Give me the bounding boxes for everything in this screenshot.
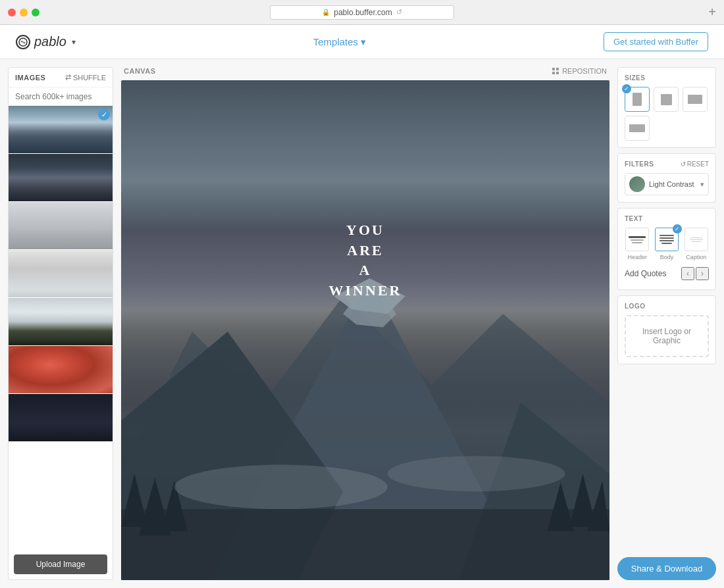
canvas-text-line-3: A	[329, 260, 402, 281]
header-line-3	[632, 242, 642, 243]
lock-icon: 🔒	[322, 9, 330, 16]
sizes-panel: SIZES ✓	[617, 67, 716, 148]
list-item[interactable]: ✓	[9, 106, 113, 153]
sizes-grid: ✓	[625, 87, 709, 141]
canvas-text-line-4: WINNER	[329, 281, 402, 301]
upload-image-button[interactable]: Upload Image	[14, 554, 107, 574]
minimize-button[interactable]	[20, 9, 28, 16]
image-list: ✓	[9, 106, 113, 549]
reset-icon: ↺	[681, 160, 686, 168]
text-panel: TEXT Header ✓	[617, 208, 716, 290]
new-tab-button[interactable]: +	[708, 5, 716, 20]
sidebar-header: IMAGES ⇄ SHUFFLE	[9, 68, 113, 87]
filter-name: Light Contrast	[649, 180, 696, 188]
canvas-overlay	[121, 80, 609, 580]
app-container: pablo ▾ Templates ▾ Get started with Buf…	[0, 25, 724, 588]
list-item[interactable]	[9, 298, 113, 345]
main-content: IMAGES ⇄ SHUFFLE 🔍 ✓	[0, 59, 724, 588]
templates-chevron-icon: ▾	[361, 36, 366, 48]
body-line-3	[659, 240, 674, 241]
window-chrome: 🔒 pablo.buffer.com ↺ +	[0, 0, 724, 25]
portrait-icon	[633, 93, 642, 106]
images-tab[interactable]: IMAGES	[15, 74, 45, 82]
app-header: pablo ▾ Templates ▾ Get started with Buf…	[0, 25, 724, 59]
get-started-button[interactable]: Get started with Buffer	[604, 32, 708, 51]
canvas-text-line-1: YOU	[329, 220, 402, 241]
templates-label: Templates	[313, 36, 358, 47]
svg-rect-4	[556, 72, 559, 74]
selected-check-icon: ✓	[98, 109, 110, 120]
body-style-check: ✓	[673, 224, 682, 233]
filters-panel: FILTERS ↺ RESET Light Contrast ▾	[617, 153, 716, 203]
header-line-2	[631, 239, 644, 241]
shuffle-button[interactable]: ⇄ SHUFFLE	[65, 73, 106, 82]
body-line-4	[661, 243, 672, 244]
quotes-next-button[interactable]: ›	[696, 267, 709, 280]
canvas-text-line-2: ARE	[329, 241, 402, 261]
list-item[interactable]	[9, 394, 113, 441]
canvas-text[interactable]: YOU ARE A WINNER	[329, 220, 402, 301]
reset-filter-button[interactable]: ↺ RESET	[681, 160, 709, 168]
size-landscape-button[interactable]	[683, 87, 708, 112]
logo-area[interactable]: pablo ▾	[16, 34, 76, 49]
pablo-logo-icon	[16, 35, 30, 49]
nav-templates[interactable]: Templates ▾	[313, 36, 366, 48]
add-quotes-label: Add Quotes	[625, 269, 666, 278]
text-style-header-button[interactable]: Header	[625, 228, 649, 260]
address-bar[interactable]: 🔒 pablo.buffer.com ↺	[270, 5, 454, 20]
list-item[interactable]	[9, 202, 113, 249]
url-text: pablo.buffer.com	[334, 8, 392, 17]
reposition-button[interactable]: REPOSITION	[552, 67, 607, 75]
caption-line-1	[690, 237, 702, 238]
body-style-label: Body	[660, 254, 674, 260]
body-line-1	[659, 235, 674, 236]
filter-select-dropdown[interactable]: Light Contrast ▾	[625, 173, 709, 195]
reset-label: RESET	[687, 160, 709, 168]
list-item[interactable]	[9, 154, 113, 201]
filters-title: FILTERS	[625, 160, 654, 168]
text-style-body-button[interactable]: ✓ Body	[655, 228, 679, 260]
size-wide-button[interactable]	[625, 116, 650, 141]
svg-rect-1	[552, 68, 555, 70]
reposition-label: REPOSITION	[562, 67, 607, 75]
svg-rect-2	[556, 68, 559, 70]
canvas-label: CANVAS	[124, 67, 156, 75]
refresh-icon[interactable]: ↺	[396, 8, 402, 16]
quotes-prev-button[interactable]: ‹	[681, 267, 694, 280]
close-button[interactable]	[8, 9, 16, 16]
wide-icon	[629, 124, 645, 132]
size-selected-check: ✓	[622, 84, 631, 93]
search-bar: 🔍	[9, 87, 113, 106]
filter-chevron-icon: ▾	[700, 180, 704, 189]
images-sidebar: IMAGES ⇄ SHUFFLE 🔍 ✓	[8, 67, 113, 580]
size-square-button[interactable]	[654, 87, 679, 112]
quotes-navigation: ‹ ›	[681, 267, 709, 280]
canvas-frame[interactable]: YOU ARE A WINNER	[121, 80, 609, 580]
caption-style-preview	[685, 228, 708, 251]
canvas-background	[121, 80, 609, 580]
sizes-title: SIZES	[625, 74, 709, 82]
filter-thumbnail	[629, 176, 645, 192]
text-style-caption-button[interactable]: Caption	[685, 228, 708, 260]
svg-rect-3	[552, 72, 555, 74]
logo-insert-area[interactable]: Insert Logo or Graphic	[625, 315, 709, 357]
logo-chevron-icon: ▾	[72, 37, 76, 47]
shuffle-icon: ⇄	[65, 73, 71, 82]
list-item[interactable]	[9, 346, 113, 393]
traffic-lights	[8, 9, 39, 16]
shuffle-label: SHUFFLE	[73, 74, 106, 82]
list-item[interactable]	[9, 250, 113, 297]
share-download-button[interactable]: Share & Download	[617, 557, 716, 580]
search-input[interactable]	[15, 92, 113, 101]
reposition-icon	[552, 67, 559, 75]
caption-style-label: Caption	[686, 254, 706, 260]
size-portrait-button[interactable]: ✓	[625, 87, 650, 112]
body-line-2	[659, 237, 674, 239]
header-style-label: Header	[628, 254, 648, 260]
canvas-area: CANVAS REPOSITION	[121, 67, 609, 580]
canvas-header: CANVAS REPOSITION	[121, 67, 609, 80]
fullscreen-button[interactable]	[32, 9, 39, 16]
header-style-preview	[625, 228, 649, 251]
square-icon	[661, 94, 672, 105]
landscape-icon	[688, 95, 702, 104]
